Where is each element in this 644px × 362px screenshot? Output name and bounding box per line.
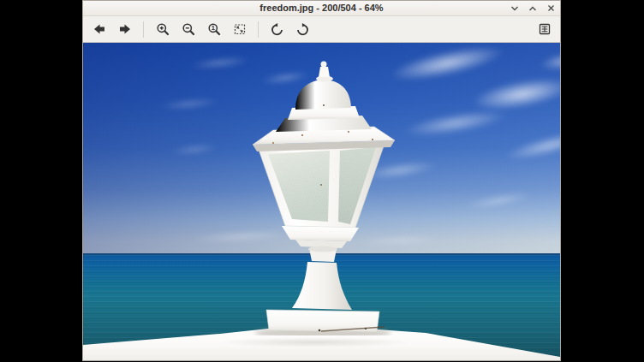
close-icon	[547, 4, 555, 12]
fit-dashed-square-icon	[233, 22, 247, 36]
magnifier-one-icon: 1	[207, 22, 221, 36]
next-image-button[interactable]	[114, 19, 135, 40]
gallery-icon	[538, 22, 552, 36]
toolbar: 1	[83, 16, 560, 43]
zoom-in-button[interactable]	[152, 19, 173, 40]
image-viewer-window: freedom.jpg - 200/504 - 64%	[82, 0, 561, 361]
rotate-clockwise-button[interactable]	[292, 19, 313, 40]
photo-lantern	[220, 56, 426, 335]
window-title: freedom.jpg - 200/504 - 64%	[259, 3, 383, 13]
arrow-left-icon	[92, 22, 106, 36]
minimize-button[interactable]	[510, 3, 520, 14]
titlebar[interactable]: freedom.jpg - 200/504 - 64%	[83, 1, 560, 16]
magnifier-plus-icon	[156, 22, 170, 36]
window-controls	[510, 1, 556, 15]
close-button[interactable]	[546, 3, 556, 14]
normal-size-button[interactable]: 1	[203, 19, 224, 40]
image-display-area[interactable]	[83, 43, 560, 360]
rotate-left-icon	[270, 22, 284, 37]
image-gallery-button[interactable]	[534, 19, 555, 40]
chevron-down-icon	[510, 5, 519, 12]
rotate-counterclockwise-button[interactable]	[266, 19, 288, 40]
magnifier-minus-icon	[182, 22, 195, 36]
toolbar-separator	[143, 21, 144, 38]
zoom-out-button[interactable]	[177, 19, 199, 40]
best-fit-button[interactable]	[229, 19, 250, 40]
rotate-right-icon	[295, 22, 310, 37]
svg-text:1: 1	[211, 24, 214, 32]
maximize-button[interactable]	[528, 3, 538, 14]
chevron-up-icon	[528, 5, 537, 12]
arrow-right-icon	[118, 22, 132, 36]
toolbar-separator	[258, 21, 259, 38]
previous-image-button[interactable]	[88, 19, 110, 40]
